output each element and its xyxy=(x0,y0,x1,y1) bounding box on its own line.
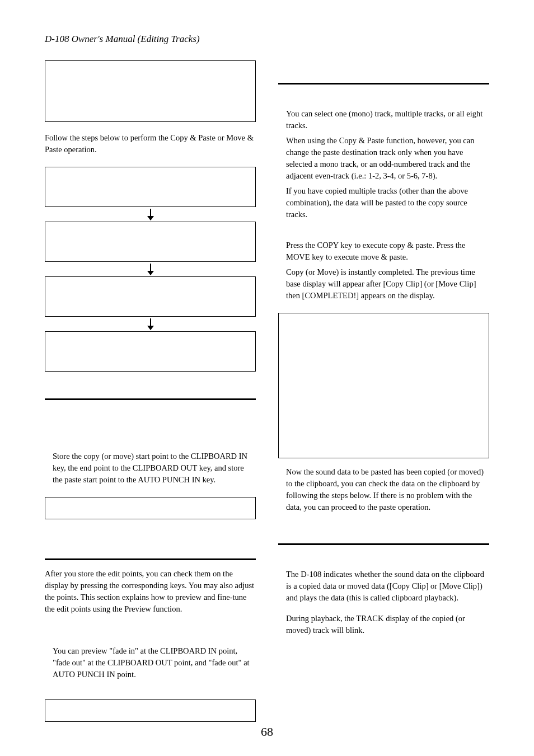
figure-box-large xyxy=(278,313,489,458)
copy-instant-text: Copy (or Move) is instantly completed. T… xyxy=(278,266,489,302)
down-arrow-icon xyxy=(150,264,151,275)
press-copy-text: Press the COPY key to execute copy & pas… xyxy=(278,240,489,263)
figure-box-2 xyxy=(45,497,256,519)
down-arrow-icon xyxy=(150,209,151,220)
page-header: D-108 Owner's Manual (Editing Tracks) xyxy=(45,34,489,45)
now-sound-text: Now the sound data to be pasted has been… xyxy=(278,466,489,513)
if-copied-text: If you have copied multiple tracks (othe… xyxy=(278,185,489,220)
select-tracks-text: You can select one (mono) track, multipl… xyxy=(278,108,489,132)
d108-indicates-text: The D-108 indicates whether the sound da… xyxy=(278,569,489,604)
when-using-text: When using the Copy & Paste function, ho… xyxy=(278,135,489,182)
left-column: Follow the steps below to perform the Co… xyxy=(45,60,256,722)
during-playback-text: During playback, the TRACK display of th… xyxy=(278,613,489,636)
down-arrow-icon xyxy=(150,318,151,330)
follow-steps-text: Follow the steps below to perform the Co… xyxy=(45,132,256,156)
flow-box-4 xyxy=(45,331,256,372)
right-column: You can select one (mono) track, multipl… xyxy=(278,60,489,722)
page-number: 68 xyxy=(0,725,534,739)
figure-box-1 xyxy=(45,60,256,122)
two-column-layout: Follow the steps below to perform the Co… xyxy=(45,60,489,722)
flow-box-3 xyxy=(45,276,256,317)
preview-fade-text: You can preview "fade in" at the CLIPBOA… xyxy=(45,645,256,680)
flow-box-2 xyxy=(45,222,256,262)
store-points-text: Store the copy (or move) start point to … xyxy=(45,450,256,486)
flow-box-1 xyxy=(45,167,256,207)
after-store-text: After you store the edit points, you can… xyxy=(45,568,256,615)
figure-box-3 xyxy=(45,699,256,722)
